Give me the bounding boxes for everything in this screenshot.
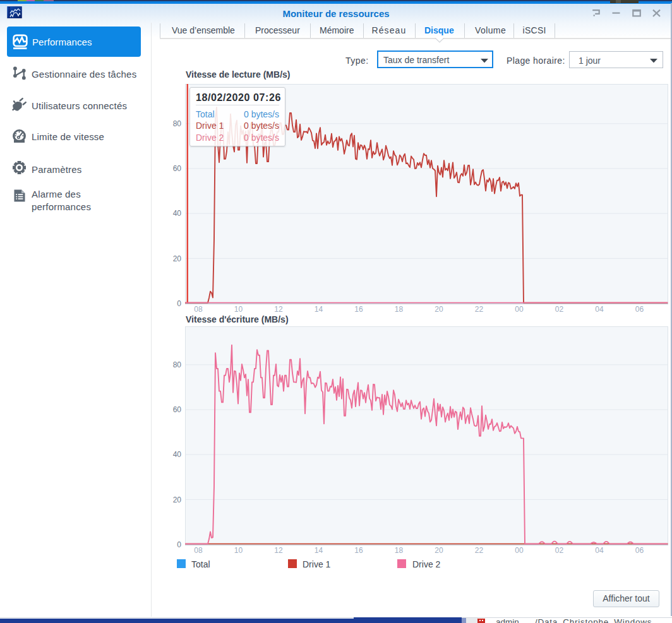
svg-text:22: 22	[475, 546, 484, 555]
svg-text:00: 00	[515, 546, 524, 555]
svg-text:22: 22	[475, 305, 484, 314]
svg-text:06: 06	[635, 305, 644, 314]
svg-text:04: 04	[595, 305, 604, 314]
svg-text:40: 40	[173, 450, 182, 459]
svg-text:16: 16	[354, 546, 363, 555]
svg-text:18: 18	[395, 305, 404, 314]
svg-text:0: 0	[177, 540, 181, 549]
svg-text:04: 04	[595, 546, 604, 555]
svg-text:60: 60	[173, 405, 182, 414]
svg-text:0: 0	[177, 299, 181, 308]
svg-text:80: 80	[173, 119, 182, 128]
svg-text:40: 40	[173, 209, 182, 218]
svg-text:10: 10	[234, 546, 243, 555]
svg-text:16: 16	[354, 305, 363, 314]
svg-text:14: 14	[315, 546, 323, 555]
svg-text:02: 02	[555, 546, 564, 555]
svg-text:18: 18	[395, 546, 404, 555]
svg-text:12: 12	[274, 546, 283, 555]
svg-text:08: 08	[194, 546, 203, 555]
svg-text:08: 08	[194, 305, 203, 314]
svg-text:10: 10	[234, 305, 243, 314]
svg-text:14: 14	[315, 305, 323, 314]
svg-text:06: 06	[635, 546, 644, 555]
svg-text:00: 00	[515, 305, 524, 314]
svg-text:60: 60	[173, 164, 182, 173]
svg-text:20: 20	[435, 305, 443, 314]
svg-text:02: 02	[555, 305, 564, 314]
svg-text:20: 20	[435, 546, 443, 555]
svg-text:12: 12	[274, 305, 283, 314]
svg-text:80: 80	[173, 360, 182, 369]
svg-text:20: 20	[173, 495, 182, 504]
svg-text:20: 20	[173, 254, 182, 263]
